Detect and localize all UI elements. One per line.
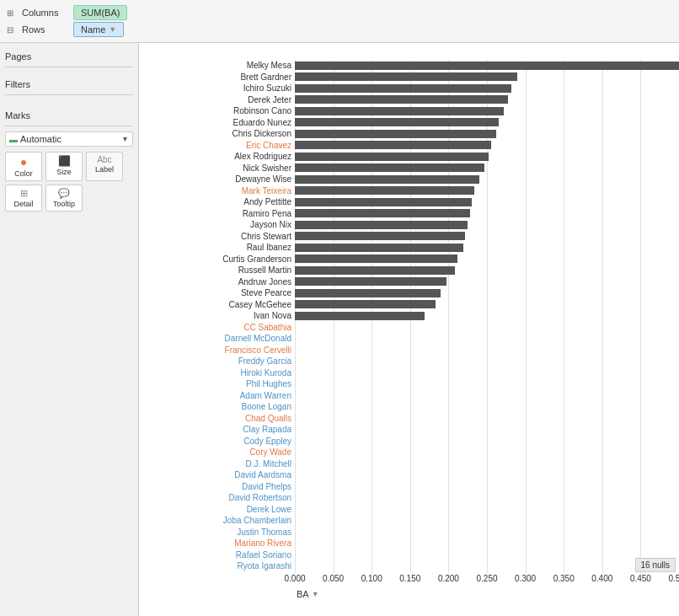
chart-body: Melky MesaBrett GardnerIchiro SuzukiDere…: [139, 43, 679, 574]
columns-shelf: ⊞ Columns SUM(BA): [7, 5, 672, 20]
bar-row: [295, 219, 679, 231]
tooltip-button[interactable]: 💬 Tooltip: [45, 185, 83, 212]
detail-button[interactable]: ⊞ Detail: [5, 185, 42, 212]
name-label: Ivan Nova: [139, 310, 295, 322]
bar-row: [295, 458, 679, 470]
rows-pill-text: Name: [81, 24, 105, 35]
bar: [295, 84, 511, 93]
name-column: Melky MesaBrett GardnerIchiro SuzukiDere…: [139, 43, 295, 574]
bar-row: [295, 401, 679, 413]
color-button[interactable]: ● Color: [5, 152, 42, 181]
bar: [295, 244, 463, 252]
bar-row: [295, 424, 679, 436]
bar: [295, 221, 468, 229]
name-label: Cody Eppley: [139, 436, 295, 447]
color-icon: ●: [20, 155, 27, 169]
bar-row: [295, 310, 679, 322]
bar: [295, 289, 441, 297]
x-tick-label: 0.250: [476, 574, 497, 583]
bar-row: [295, 333, 679, 345]
name-label: Justin Thomas: [139, 527, 295, 538]
label-button[interactable]: Abc Label: [86, 152, 123, 181]
bar-row: [295, 515, 679, 527]
bar-row: [295, 94, 679, 106]
bars-and-grid: 16 nulls: [295, 60, 679, 574]
x-ticks-row: 0.0000.0500.1000.1500.2000.2500.3000.350…: [295, 574, 679, 589]
name-label: Steve Pearce: [139, 287, 295, 299]
x-tick-label: 0.150: [399, 574, 420, 583]
name-label: David Phelps: [139, 481, 295, 493]
name-label: Cory Wade: [139, 447, 295, 458]
x-tick-label: 0.500: [668, 574, 679, 583]
columns-icon: ⊞: [7, 8, 13, 18]
bar: [295, 141, 491, 149]
name-label: CC Sabathia: [139, 322, 295, 334]
name-label: David Aardsma: [139, 469, 295, 481]
name-label: Boone Logan: [139, 401, 295, 413]
main-area: Pages Filters Marks ▬ Automatic ▼ ● Colo…: [0, 43, 679, 616]
bar: [295, 209, 470, 217]
name-label: Adam Warren: [139, 390, 295, 402]
bar-row: [295, 345, 679, 356]
bar-row: [295, 140, 679, 152]
detail-icon: ⊞: [20, 188, 28, 199]
bar-row: [295, 185, 679, 197]
name-label: Freddy Garcia: [139, 356, 295, 367]
bar-row: [295, 413, 679, 425]
name-label: Eduardo Nunez: [139, 117, 295, 129]
name-label: Brett Gardner: [139, 72, 295, 83]
bar-row: [295, 481, 679, 493]
rows-shelf: ⊟ Rows Name ▼: [7, 22, 672, 37]
bar-row: [295, 196, 679, 208]
name-label: Melky Mesa: [139, 60, 295, 72]
bar-row: [295, 560, 679, 572]
x-tick-label: 0.000: [284, 574, 305, 583]
name-label: Andruw Jones: [139, 276, 295, 288]
bar-row: [295, 117, 679, 129]
bar-row: [295, 287, 679, 299]
marks-type-label: Automatic: [20, 134, 121, 144]
pages-title: Pages: [5, 48, 133, 67]
x-tick-label: 0.350: [553, 574, 575, 583]
chart-area: Melky MesaBrett GardnerIchiro SuzukiDere…: [139, 43, 679, 616]
name-label: Clay Rapada: [139, 424, 295, 436]
color-label: Color: [14, 169, 33, 178]
columns-label: Columns: [22, 8, 68, 18]
marks-buttons-row2: ⊞ Detail 💬 Tooltip: [5, 185, 133, 212]
bar-row: [295, 265, 679, 276]
size-button[interactable]: ⬛ Size: [45, 152, 83, 181]
bar: [295, 163, 484, 172]
name-label: Dewayne Wise: [139, 174, 295, 185]
rows-pill[interactable]: Name ▼: [73, 22, 124, 37]
marks-section: Marks ▬ Automatic ▼ ● Color ⬛ Size: [5, 107, 133, 212]
left-panel: Pages Filters Marks ▬ Automatic ▼ ● Colo…: [0, 43, 139, 616]
bar-row: [295, 378, 679, 390]
bar-row: [295, 367, 679, 379]
name-label: Ramiro Pena: [139, 208, 295, 220]
pages-section: Pages: [5, 48, 133, 72]
bar: [295, 62, 679, 70]
name-label: Derek Jeter: [139, 94, 295, 106]
tooltip-icon: 💬: [58, 188, 70, 199]
bar-row: [295, 60, 679, 72]
bar-row: [295, 299, 679, 311]
x-tick-label: 0.100: [361, 574, 382, 583]
bar: [295, 130, 496, 138]
marks-type-dropdown[interactable]: ▬ Automatic ▼: [5, 131, 133, 147]
tooltip-label: Tooltip: [53, 200, 75, 208]
columns-pill[interactable]: SUM(BA): [73, 5, 127, 20]
bar: [295, 186, 474, 195]
name-label: Casey McGehee: [139, 299, 295, 311]
name-label: Jayson Nix: [139, 219, 295, 231]
name-label: D.J. Mitchell: [139, 458, 295, 470]
top-spacer: [295, 43, 679, 60]
x-axis-sort-icon: ▼: [312, 590, 319, 598]
name-label: Rafael Soriano: [139, 549, 295, 561]
bar-row: [295, 390, 679, 402]
label-icon: Abc: [97, 155, 111, 164]
name-label: Hiroki Kuroda: [139, 367, 295, 379]
x-axis-label: BA: [297, 589, 309, 599]
x-tick-label: 0.450: [630, 574, 651, 583]
bar-row: [295, 436, 679, 447]
bar-row: [295, 469, 679, 481]
